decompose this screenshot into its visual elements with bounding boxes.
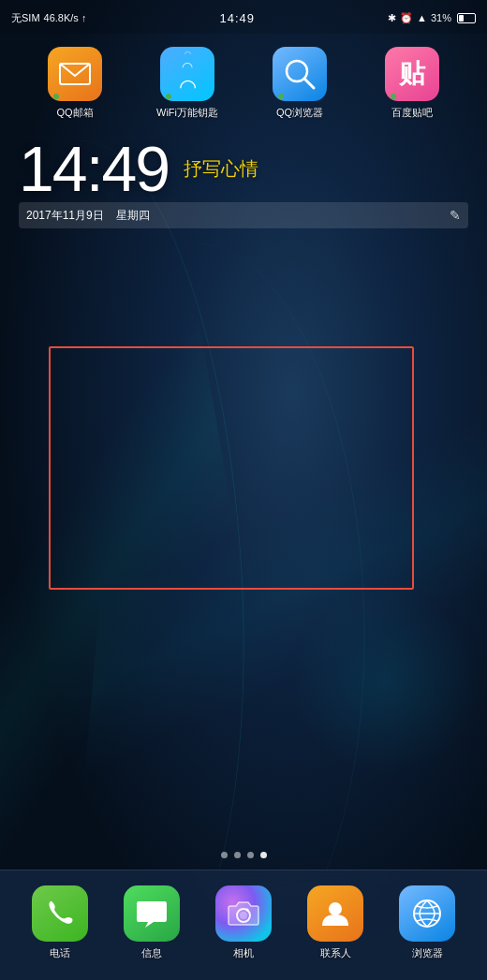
app-label-qq-browser: QQ浏览器: [276, 106, 323, 120]
dock-label-browser: 浏览器: [412, 946, 443, 960]
app-dot: [166, 94, 171, 99]
dock-label-message: 信息: [141, 946, 162, 960]
date-bar: 2017年11月9日 星期四 ✎: [19, 202, 468, 228]
clock-right: 抒写心情: [184, 156, 258, 182]
status-time: 14:49: [219, 11, 255, 25]
page-dot-4-active[interactable]: [260, 852, 267, 858]
page-indicators: [0, 852, 487, 858]
svg-line-2: [304, 79, 314, 88]
mail-icon: [59, 63, 91, 85]
dock-icon-message[interactable]: [124, 885, 180, 942]
contacts-icon: [319, 898, 351, 929]
page-dot-1[interactable]: [221, 852, 228, 858]
dock-icon-contacts[interactable]: [307, 885, 363, 942]
phone-icon: [45, 899, 75, 929]
write-mood-label: 抒写心情: [184, 158, 258, 179]
dock-item-phone[interactable]: 电话: [32, 885, 88, 960]
carrier-label: 无SIM: [11, 11, 40, 25]
app-item-qq-browser[interactable]: QQ浏览器: [262, 47, 337, 120]
app-dot: [53, 94, 59, 99]
app-icon-qq-browser[interactable]: [273, 47, 327, 101]
status-bar: 无SIM 46.8K/s ↑ 14:49 ✱ ⏰ ▲ 31%: [0, 0, 487, 34]
dock: 电话 信息 相机 联系人: [0, 870, 487, 980]
camera-icon: [227, 897, 260, 930]
app-label-wifi-key: WiFi万能钥匙: [156, 106, 218, 120]
app-dot: [278, 94, 284, 99]
app-item-qq-mail[interactable]: QQ邮箱: [37, 47, 112, 120]
svg-point-6: [329, 902, 342, 915]
qq-browser-icon: [282, 56, 317, 92]
baidu-icon: 贴: [399, 56, 425, 92]
app-icon-wifi-key[interactable]: ◠ ◠ ◠: [160, 47, 214, 101]
battery-label: 31%: [431, 12, 451, 23]
dock-item-message[interactable]: 信息: [124, 885, 180, 960]
wifi-icon: ▲: [417, 12, 427, 23]
bluetooth-icon: ✱: [388, 12, 396, 24]
app-label-baidu-paste: 百度贴吧: [391, 106, 433, 120]
status-left: 无SIM 46.8K/s ↑: [11, 11, 86, 25]
dock-item-camera[interactable]: 相机: [215, 885, 272, 960]
clock-time: 14:49: [19, 137, 169, 200]
dock-label-phone: 电话: [50, 946, 70, 960]
page-dot-3[interactable]: [247, 852, 254, 858]
top-app-row: QQ邮箱 ◠ ◠ ◠ WiFi万能钥匙 QQ浏览器 贴 百度贴: [0, 37, 487, 124]
clock-widget: 14:49 抒写心情: [0, 129, 487, 200]
dock-label-camera: 相机: [233, 946, 254, 960]
date-text: 2017年11月9日 星期四: [26, 208, 150, 224]
svg-point-4: [240, 912, 247, 919]
dock-item-browser[interactable]: 浏览器: [399, 885, 455, 960]
dock-icon-camera[interactable]: [215, 885, 272, 942]
wifi-arcs: ◠ ◠ ◠: [179, 50, 197, 99]
app-dot: [391, 94, 396, 99]
dock-icon-phone[interactable]: [32, 885, 88, 942]
dock-label-contacts: 联系人: [320, 946, 351, 960]
dock-icon-browser[interactable]: [399, 885, 455, 942]
dock-item-contacts[interactable]: 联系人: [307, 885, 363, 960]
page-dot-2[interactable]: [234, 852, 241, 858]
status-right: ✱ ⏰ ▲ 31%: [388, 12, 476, 24]
alarm-icon: ⏰: [400, 12, 413, 24]
svg-point-5: [246, 909, 249, 912]
message-icon: [136, 899, 168, 929]
app-icon-qq-mail[interactable]: [48, 47, 102, 101]
app-item-wifi-key[interactable]: ◠ ◠ ◠ WiFi万能钥匙: [150, 47, 225, 120]
browser-icon: [410, 897, 444, 930]
weekday-value: 星期四: [116, 209, 150, 222]
battery-icon: [457, 13, 476, 23]
edit-icon[interactable]: ✎: [450, 208, 461, 223]
write-mood-button[interactable]: 抒写心情: [184, 156, 258, 182]
app-item-baidu-paste[interactable]: 贴 百度贴吧: [375, 47, 450, 120]
network-speed: 46.8K/s ↑: [44, 12, 87, 23]
app-label-qq-mail: QQ邮箱: [56, 106, 93, 120]
app-icon-baidu-paste[interactable]: 贴: [385, 47, 439, 101]
selection-rectangle: [49, 346, 414, 590]
date-value: 2017年11月9日: [26, 209, 104, 222]
